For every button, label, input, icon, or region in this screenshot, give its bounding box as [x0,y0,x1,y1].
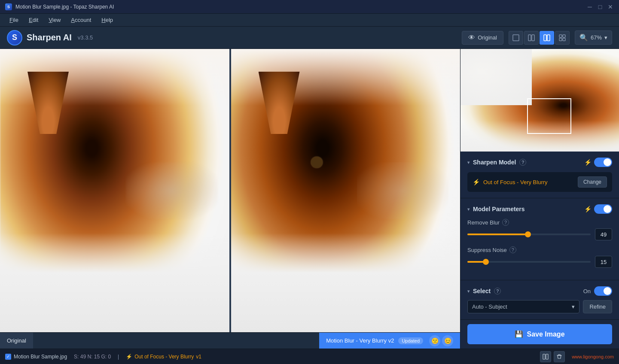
image-area-wrapper: Original Motion Blur - Very Blurry v2 Up… [0,49,460,349]
processed-tab[interactable]: Motion Blur - Very Blurry v2 Updated 🙁 😊 [319,333,460,349]
thumb-snow-top-left [460,49,532,105]
select-section: ▾ Select ? On Auto - Subject ▾ Refine [460,280,619,320]
thumbnail-area [460,49,619,152]
remove-blur-label: Remove Blur ? [467,219,612,226]
model-parameters-toggle[interactable] [594,204,612,214]
model-name: ⚡ Out of Focus - Very Blurry [473,179,548,185]
suppress-noise-value[interactable]: 15 [595,256,612,268]
fox-snow-bottom-processed [231,233,460,332]
svg-rect-0 [513,35,519,41]
suppress-noise-row: Suppress Noise ? 15 [467,246,612,268]
bottom-strip: Original Motion Blur - Very Blurry v2 Up… [0,332,460,349]
svg-rect-8 [559,38,562,41]
view-split-button[interactable] [524,31,539,45]
suppress-noise-help-icon[interactable]: ? [509,246,516,253]
processed-image-panel [231,49,460,332]
processed-tab-label: Motion Blur - Very Blurry v2 [326,337,394,344]
suppress-noise-label: Suppress Noise ? [467,246,612,253]
refine-button[interactable]: Refine [583,300,612,313]
params-lightning-icon: ⚡ [584,206,592,212]
menu-edit[interactable]: Edit [24,15,43,25]
watermark-text: www.ligongong.com [572,354,614,359]
save-icon: 💾 [515,330,523,338]
remove-blur-value[interactable]: 49 [595,228,612,240]
app-icon: S [5,3,12,10]
select-toggle[interactable] [594,286,612,296]
svg-rect-2 [532,35,534,41]
logo-icon: S [7,30,22,46]
svg-rect-3 [544,35,546,41]
view-single-button[interactable] [509,31,523,45]
zoom-icon: 🔍 [579,33,588,42]
lightning-icon: ⚡ [584,159,592,166]
view-mode-icon-button[interactable] [540,351,551,362]
remove-blur-slider[interactable] [467,234,591,235]
thumbnail-image [460,49,619,152]
zoom-control[interactable]: 🔍 67% ▾ [575,30,612,45]
menu-account[interactable]: Account [67,15,95,25]
processed-fox-scene [231,49,460,332]
fox-eye [311,157,323,168]
app-header: S Sharpen AI v3.3.5 👁 Original 🔍 67% [0,27,619,49]
sharpen-model-toggle-area: ⚡ [584,158,612,167]
svg-rect-6 [559,35,562,37]
model-parameters-title: ▾ Model Parameters [467,206,525,212]
remove-blur-controls: 49 [467,228,612,240]
title-bar-controls: ─ □ ✕ [586,3,614,10]
menu-help[interactable]: Help [97,15,117,25]
file-checkbox-area: ✓ Motion Blur Sample.jpg [5,354,67,360]
suppress-noise-controls: 15 [467,256,612,268]
view-quad-button[interactable] [555,31,570,45]
change-model-button[interactable]: Change [578,176,607,188]
menu-file[interactable]: File [5,15,23,25]
svg-rect-7 [563,35,565,37]
sharpen-model-toggle[interactable] [594,158,612,167]
original-button[interactable]: 👁 Original [462,31,503,45]
suppress-noise-thumb[interactable] [483,259,489,265]
original-tab[interactable]: Original [0,333,33,349]
zoom-chevron-icon: ▾ [604,34,607,41]
model-parameters-header: ▾ Model Parameters ⚡ [467,204,612,214]
status-model-name: Out of Focus - Very Blurry [134,354,194,360]
updated-badge: Updated [398,337,423,344]
select-help-icon[interactable]: ? [494,288,501,294]
file-checkbox[interactable]: ✓ [5,354,11,360]
remove-blur-thumb[interactable] [525,231,531,237]
thumbs-up-button[interactable]: 😊 [442,335,453,346]
status-params: S: 49 N: 15 G: 0 [74,354,111,360]
delete-icon-button[interactable] [554,351,565,362]
save-image-button[interactable]: 💾 Save Image [467,324,612,344]
image-strip [0,49,460,332]
svg-rect-9 [563,38,565,41]
zoom-level: 67% [591,34,602,41]
original-image-panel [0,49,229,332]
select-header: ▾ Select ? On [467,286,612,296]
close-button[interactable]: ✕ [607,3,614,10]
remove-blur-help-icon[interactable]: ? [502,219,509,226]
chevron-down-icon: ▾ [467,160,470,165]
original-fox-scene [0,49,229,332]
svg-rect-4 [547,35,550,41]
select-toggle-area: On [583,286,612,296]
auto-subject-dropdown[interactable]: Auto - Subject ▾ [467,300,579,313]
model-lightning-icon: ⚡ [473,179,480,185]
fox-snow-bottom [0,233,229,332]
minimize-button[interactable]: ─ [586,3,593,10]
status-model: ⚡ Out of Focus - Very Blurry v1 [126,354,201,360]
svg-rect-11 [546,354,548,359]
thumbnail-viewport-rect [527,98,571,134]
dropdown-chevron-icon: ▾ [572,303,575,310]
thumbs-down-button[interactable]: 🙁 [429,335,440,346]
title-bar-left: S Motion Blur Sample.jpg - Topaz Sharpen… [5,3,114,10]
sharpen-model-help-icon[interactable]: ? [519,159,526,166]
status-separator: | [118,354,119,360]
maximize-button[interactable]: □ [597,3,604,10]
fox-nose-area-blur [126,162,217,219]
right-panel: ▾ Sharpen Model ? ⚡ ⚡ Out of Focus - Ver… [460,49,619,349]
view-grid-button[interactable] [540,31,554,45]
window-title: Motion Blur Sample.jpg - Topaz Sharpen A… [15,4,114,10]
suppress-noise-slider[interactable] [467,261,591,263]
menu-view[interactable]: View [44,15,65,25]
view-buttons [509,31,570,45]
status-lightning-icon: ⚡ [126,354,132,360]
